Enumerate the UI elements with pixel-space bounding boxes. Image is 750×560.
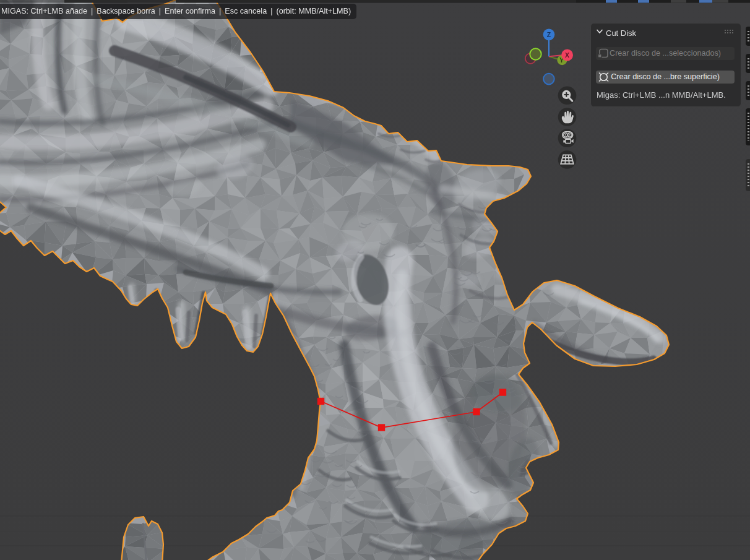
svg-text:Z: Z: [547, 31, 551, 38]
svg-text:X: X: [565, 51, 569, 59]
